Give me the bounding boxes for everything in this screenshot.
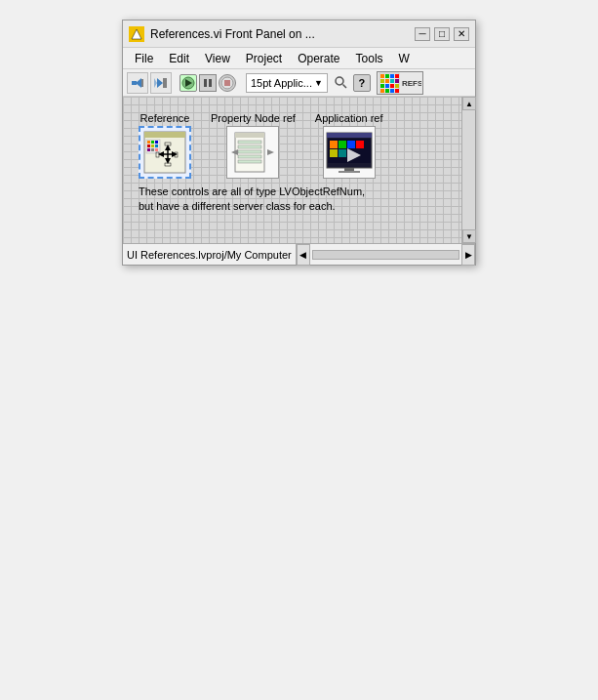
scroll-down-button[interactable]: ▼ — [462, 229, 476, 243]
scroll-right-button[interactable]: ▶ — [461, 244, 475, 266]
svg-marker-7 — [154, 78, 157, 88]
svg-rect-44 — [151, 148, 154, 151]
svg-rect-26 — [385, 84, 389, 88]
svg-rect-40 — [147, 144, 150, 147]
description-line2: but have a different server class for ea… — [139, 199, 450, 214]
app-icon — [129, 26, 144, 42]
svg-rect-32 — [395, 89, 399, 93]
run-button[interactable] — [179, 74, 197, 92]
scrollbar-vertical: ▲ ▼ — [461, 97, 475, 243]
svg-rect-57 — [235, 133, 264, 138]
svg-rect-45 — [155, 148, 158, 151]
application-ref-control[interactable] — [323, 126, 376, 179]
svg-rect-66 — [327, 133, 372, 138]
minimize-button[interactable]: ─ — [415, 27, 430, 41]
reference-control[interactable] — [139, 126, 191, 179]
svg-rect-39 — [155, 141, 158, 144]
back-button[interactable] — [127, 72, 148, 94]
svg-rect-3 — [132, 81, 137, 85]
svg-rect-62 — [238, 160, 261, 163]
menu-view[interactable]: View — [197, 50, 238, 67]
zoom-selector[interactable]: 15pt Applic... ▼ — [246, 73, 328, 93]
svg-rect-25 — [380, 84, 384, 88]
maximize-button[interactable]: □ — [434, 27, 450, 41]
close-button[interactable]: ✕ — [454, 27, 469, 41]
svg-marker-64 — [267, 149, 274, 155]
zoom-dropdown-arrow[interactable]: ▼ — [312, 78, 323, 88]
menu-w[interactable]: W — [391, 50, 418, 67]
scroll-up-button[interactable]: ▲ — [462, 97, 476, 110]
pause-button[interactable] — [199, 74, 217, 92]
svg-rect-6 — [163, 78, 167, 88]
abort-button[interactable] — [219, 74, 236, 92]
svg-rect-43 — [147, 148, 150, 151]
svg-rect-75 — [344, 168, 354, 171]
step-button[interactable] — [150, 72, 172, 94]
application-ref-label: Application ref — [315, 112, 383, 124]
svg-rect-60 — [238, 150, 261, 153]
svg-rect-23 — [390, 79, 394, 83]
window-title: References.vi Front Panel on ... — [150, 27, 415, 41]
svg-rect-41 — [151, 144, 154, 147]
toolbar: 15pt Applic... ▼ ? — [123, 69, 475, 97]
menu-edit[interactable]: Edit — [161, 50, 197, 67]
help-button[interactable]: ? — [353, 74, 371, 92]
svg-rect-59 — [238, 145, 261, 148]
svg-rect-27 — [390, 84, 394, 88]
svg-marker-5 — [157, 78, 163, 88]
zoom-label: 15pt Applic... — [251, 77, 312, 89]
svg-rect-72 — [330, 149, 338, 157]
panel-area: Reference — [123, 97, 475, 243]
controls-row: Reference — [131, 104, 458, 183]
svg-rect-29 — [380, 89, 384, 93]
svg-rect-24 — [395, 79, 399, 83]
svg-rect-13 — [224, 80, 230, 86]
status-bar: UI References.lvproj/My Computer ◀ ▶ — [123, 243, 475, 265]
menu-file[interactable]: File — [127, 50, 161, 67]
svg-rect-18 — [385, 74, 389, 78]
svg-rect-38 — [151, 141, 154, 144]
h-scroll-track[interactable] — [312, 250, 459, 260]
property-node-control[interactable] — [226, 126, 279, 179]
svg-rect-11 — [209, 79, 212, 87]
scroll-left-button[interactable]: ◀ — [297, 244, 310, 266]
svg-rect-76 — [339, 171, 360, 173]
menu-operate[interactable]: Operate — [290, 50, 347, 67]
reference-icon — [142, 130, 187, 175]
svg-rect-68 — [330, 141, 338, 148]
svg-point-14 — [336, 77, 343, 85]
magnify-button[interactable] — [332, 73, 351, 93]
scroll-track — [462, 110, 475, 229]
svg-rect-71 — [356, 141, 364, 148]
application-ref-control-group: Application ref — [315, 112, 383, 179]
svg-rect-70 — [347, 141, 355, 148]
window-controls: ─ □ ✕ — [415, 27, 469, 41]
svg-rect-30 — [385, 89, 389, 93]
reference-label: Reference — [140, 112, 190, 124]
menu-project[interactable]: Project — [238, 50, 290, 67]
svg-rect-73 — [339, 149, 346, 157]
menu-bar: File Edit View Project Operate Tools W — [123, 48, 475, 69]
svg-rect-19 — [390, 74, 394, 78]
svg-rect-22 — [385, 79, 389, 83]
reference-control-group: Reference — [139, 112, 191, 179]
status-path: UI References.lvproj/My Computer — [123, 244, 297, 265]
svg-rect-20 — [395, 74, 399, 78]
svg-rect-17 — [380, 74, 384, 78]
main-window: References.vi Front Panel on ... ─ □ ✕ F… — [122, 20, 476, 266]
description-text: These controls are all of type LVObjectR… — [131, 183, 458, 223]
property-node-label: Property Node ref — [211, 112, 296, 124]
menu-tools[interactable]: Tools — [348, 50, 391, 67]
svg-rect-35 — [144, 132, 185, 138]
title-bar: References.vi Front Panel on ... ─ □ ✕ — [123, 21, 475, 48]
svg-rect-61 — [238, 155, 261, 158]
svg-rect-37 — [147, 141, 150, 144]
svg-rect-10 — [204, 79, 207, 87]
svg-line-15 — [342, 84, 346, 88]
property-node-control-group: Property Node ref — [211, 112, 296, 179]
svg-rect-21 — [380, 79, 384, 83]
svg-rect-58 — [238, 141, 261, 144]
description-line1: These controls are all of type LVObjectR… — [139, 185, 450, 199]
refs-box: REFS — [377, 71, 423, 95]
svg-text:REFS: REFS — [402, 79, 421, 88]
